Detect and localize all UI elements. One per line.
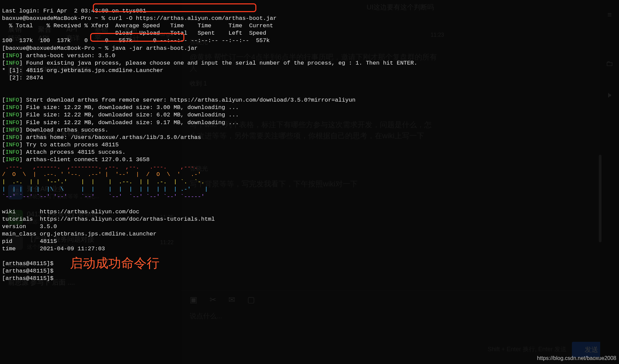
annotation-label: 启动成功命令行	[70, 255, 159, 271]
info-line: arthas-boot version: 3.5.0	[26, 52, 115, 59]
meta-row: main_class org.jetbrains.jps.cmdline.Lau…	[2, 231, 156, 237]
info-line: Try to attach process 48115	[26, 142, 118, 148]
info-line: Attach process 48115 success.	[26, 149, 125, 155]
process-option[interactable]: [2]: 28474	[2, 75, 43, 81]
meta-row: pid 48115	[2, 238, 57, 245]
process-option[interactable]: * [1]: 48115 org.jetbrains.jps.cmdline.L…	[2, 67, 163, 74]
meta-row: wiki https://arthas.aliyun.com/doc	[2, 209, 139, 215]
meta-row: tutorials https://arthas.aliyun.com/doc/…	[2, 216, 215, 222]
watermark: https://blog.csdn.net/baoxue2008	[537, 355, 616, 362]
highlight-box-java	[90, 33, 184, 42]
meta-row: time 2021-04-09 11:27:03	[2, 246, 105, 252]
arthas-prompt[interactable]: [arthas@48115]$	[2, 275, 53, 282]
info-line: arthas-client connect 127.0.0.1 3658	[26, 156, 149, 163]
info-line: File size: 12.22 MB, downloaded size: 6.…	[26, 112, 239, 118]
terminal-command: curl -O https://arthas.aliyun.com/arthas…	[108, 15, 277, 22]
terminal-output: Last login: Fri Apr 2 03:43:00 on ttys00…	[2, 0, 619, 283]
arthas-ascii-logo: .---. ,------. ,--------. ,--. ,--. .---…	[2, 164, 208, 200]
info-line: Download arthas success.	[26, 127, 108, 133]
arthas-prompt[interactable]: [arthas@48115]$	[2, 268, 53, 274]
terminal-prompt: [baoxue@baoxuedeMacBook-Pro ~ %	[2, 45, 112, 51]
info-line: File size: 12.22 MB, downloaded size: 3.…	[26, 104, 239, 111]
arthas-prompt[interactable]: [arthas@48115]$	[2, 260, 53, 267]
info-line: Start download arthas from remote server…	[26, 97, 355, 103]
info-line: File size: 12.22 MB, downloaded size: 9.…	[26, 119, 239, 126]
highlight-box-curl	[93, 3, 256, 12]
meta-row: version 3.5.0	[2, 223, 57, 230]
info-line: Found existing java process, please choo…	[26, 60, 417, 66]
terminal-line: % Total % Received % Xferd Average Speed…	[2, 23, 273, 29]
terminal-command: java -jar arthas-boot.jar	[112, 45, 197, 51]
terminal-prompt: baoxue@baoxuedeMacBook-Pro ~ %	[2, 15, 108, 22]
info-line: arthas home: /Users/baoxue/.arthas/lib/3…	[26, 134, 201, 141]
